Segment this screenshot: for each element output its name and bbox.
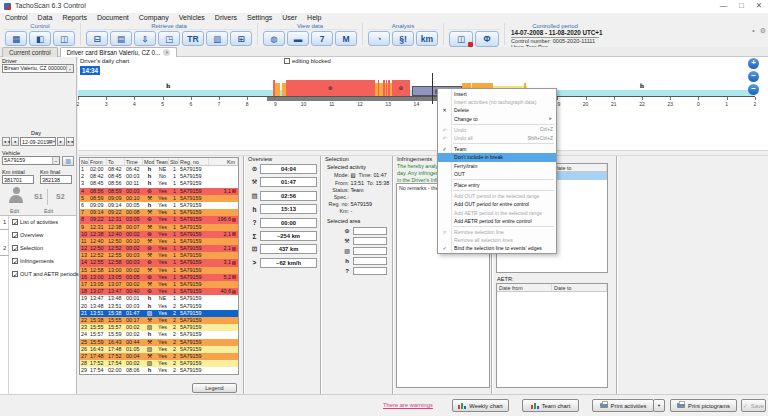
- close-icon[interactable]: ✕: [163, 49, 170, 56]
- weekly-chart-button[interactable]: Weekly chart: [452, 399, 509, 412]
- table-row[interactable]: 1613:0013:0500:05⊙Yes15A791595,2: [80, 274, 238, 281]
- monthly-chart-m-icon[interactable]: M: [335, 31, 357, 46]
- weekly-chart-7-icon[interactable]: 7: [311, 31, 333, 46]
- menu-item-add-aetr-period-for-entire-control[interactable]: Add AETR period for entire control: [438, 217, 556, 225]
- table-row[interactable]: 308:4508:5600:11hYes15A79159: [80, 180, 238, 187]
- sidebar-item-infringements[interactable]: Infringements: [12, 258, 54, 264]
- checkbox-icon[interactable]: [12, 271, 18, 277]
- km-initial-input[interactable]: 381701: [2, 175, 34, 184]
- control-driver-icon[interactable]: ◫: [53, 31, 75, 46]
- table-row[interactable]: 1212:5012:5200:02⊙Yes15A791592,1: [80, 245, 238, 252]
- table-row[interactable]: 912:3112:3800:07⚒Yes15A79159: [80, 224, 238, 231]
- segment-drive[interactable]: ⊙: [392, 80, 411, 96]
- chevron-down-icon[interactable]: ⌄: [66, 65, 73, 72]
- table-row[interactable]: 1312:5212:5500:03⚒Yes15A79159: [80, 252, 238, 259]
- table-row[interactable]: 2616:4317:4801:05▨Yes25A79159: [80, 346, 238, 353]
- selected-area-input[interactable]: [353, 267, 387, 275]
- table-row[interactable]: 1112:4012:5000:10⚒Yes15A79159: [80, 238, 238, 245]
- print-activities-button[interactable]: Print activities: [592, 399, 654, 412]
- new-control-icon[interactable]: ▦: [5, 31, 27, 46]
- print-pictograms-button[interactable]: Print pictograms: [670, 399, 737, 412]
- sidebar-item-list-of-activities[interactable]: List of activities: [12, 219, 58, 225]
- minimize-button[interactable]: —: [720, 1, 728, 10]
- panel-splitter[interactable]: [243, 156, 245, 394]
- zoom-reset-button[interactable]: −: [748, 84, 759, 95]
- table-row[interactable]: 2415:5715:5900:02hYes25A79159: [80, 331, 238, 338]
- menu-control[interactable]: Control: [0, 13, 33, 23]
- table-row[interactable]: 2215:3815:5500:17⚒Yes25A79159: [80, 317, 238, 324]
- menu-item-insert[interactable]: Insert: [438, 90, 556, 98]
- menu-vehicles[interactable]: Vehicles: [174, 13, 210, 23]
- analysis-icon[interactable]: ◔: [368, 31, 390, 46]
- panel-splitter[interactable]: [392, 156, 394, 394]
- table-row[interactable]: 2817:5217:5400:02▨Yes25A79159: [80, 360, 238, 367]
- panel-splitter[interactable]: [320, 156, 322, 394]
- table-row[interactable]: 1713:0513:0700:02⚒Yes15A79159: [80, 281, 238, 288]
- menu-document[interactable]: Document: [92, 13, 134, 23]
- selected-area-input[interactable]: [353, 247, 387, 255]
- download-file-icon[interactable]: ⇩: [134, 31, 156, 46]
- legend-button[interactable]: Legend: [192, 383, 237, 393]
- save-file-icon[interactable]: ◳: [158, 31, 180, 46]
- selected-area-input[interactable]: [353, 257, 387, 265]
- table-row[interactable]: 102:0008:4206:42hNE15A79159: [80, 166, 238, 173]
- table-row[interactable]: 2315:5515:5700:02▨Yes25A79159: [80, 324, 238, 331]
- menu-help[interactable]: Help: [302, 13, 326, 23]
- editing-blocked-checkbox[interactable]: [284, 58, 290, 64]
- menu-item-ferry-train[interactable]: Ferry/train: [438, 162, 556, 170]
- checkbox-icon[interactable]: [12, 258, 18, 264]
- menu-data[interactable]: Data: [33, 13, 58, 23]
- vehicle-select[interactable]: 5A79159⌄: [2, 156, 60, 165]
- table-row[interactable]: 609:0909:1400:05hYes15A79159: [80, 202, 238, 209]
- table-row[interactable]: 1913:4713:4800:01hNE15A79159: [80, 295, 238, 302]
- table-row[interactable]: 1412:5512:5800:03⊙Yes15A791593,1: [80, 259, 238, 266]
- table-row[interactable]: 709:1409:2200:08⚒Yes15A79159: [80, 209, 238, 216]
- km-final-input[interactable]: 382138: [40, 175, 72, 184]
- tab-current-control[interactable]: Current control: [2, 47, 58, 57]
- table-row[interactable]: 2013:4813:5100:03hYes25A79159: [80, 303, 238, 310]
- checkbox-icon[interactable]: [12, 245, 18, 251]
- slot1-button[interactable]: S1: [34, 193, 43, 200]
- warnings-link[interactable]: There are warnings: [383, 402, 433, 408]
- panel-splitter[interactable]: [616, 156, 618, 394]
- card-reader-icon[interactable]: ⊟: [86, 31, 108, 46]
- menu-item-bind-the-selection-line-to-events-edges[interactable]: ✓Bind the selection line to events' edge…: [438, 244, 556, 252]
- zoom-in-button[interactable]: +: [748, 58, 759, 69]
- menu-item-add-out-period-for-entire-control[interactable]: Add OUT period for entire control: [438, 200, 556, 208]
- infringements-analysis-icon[interactable]: §!: [392, 31, 414, 46]
- table-row[interactable]: 809:2212:3103:09⊙Yes15A79159196,6: [80, 216, 238, 223]
- driver-select[interactable]: Birsan Valeriu, CZ 000000000⌄: [2, 64, 74, 73]
- sidebar-item-out-and-aetr-periods[interactable]: OUT and AETR periods: [12, 271, 79, 277]
- selected-area-input[interactable]: [353, 227, 387, 235]
- menu-item-place-entry[interactable]: Place entry: [438, 181, 556, 189]
- menu-settings[interactable]: Settings: [242, 13, 277, 23]
- tr-file-icon[interactable]: TR: [182, 31, 204, 46]
- menu-user[interactable]: User: [277, 13, 302, 23]
- activity-timeline[interactable]: h⊙⊙▨⚒⚒▨h: [78, 80, 755, 96]
- checkbox-icon[interactable]: [12, 232, 18, 238]
- slot2-button[interactable]: S2: [56, 193, 65, 200]
- table-row[interactable]: 2113:5115:3801:47▨Yes25A79159: [80, 310, 238, 317]
- tab-driver-card-birsan-valeriu-cz-0[interactable]: Driver card Birsan Valeriu, CZ 0...✕: [60, 47, 178, 57]
- next-day-button[interactable]: ►: [57, 137, 65, 146]
- table-row[interactable]: 408:5608:5900:03⊙Yes15A791593,1: [80, 188, 238, 195]
- status-dot-icon[interactable]: •: [752, 27, 754, 35]
- close-button[interactable]: ✕: [756, 1, 762, 10]
- database-save-icon[interactable]: ◫: [449, 31, 473, 47]
- power-exit-icon[interactable]: Φ: [475, 31, 499, 47]
- vehicle-chart-button[interactable]: ▥: [62, 156, 74, 166]
- scanner-icon[interactable]: ▤: [110, 31, 132, 46]
- prev-day-button[interactable]: ◄: [11, 137, 19, 146]
- quick-settings-icon[interactable]: ⚙: [760, 27, 766, 35]
- sidebar-item-selection[interactable]: Selection: [12, 245, 43, 251]
- sidebar-item-overview[interactable]: Overview: [12, 232, 43, 238]
- menu-drivers[interactable]: Drivers: [210, 13, 242, 23]
- maximize-button[interactable]: □: [739, 1, 744, 10]
- menu-company[interactable]: Company: [134, 13, 174, 23]
- table-row[interactable]: 508:5909:0900:10⚒Yes15A79159: [80, 195, 238, 202]
- last-day-button[interactable]: ►►: [66, 137, 74, 146]
- view-driver-data-icon[interactable]: ◍: [263, 31, 285, 46]
- print-activities-dropdown[interactable]: ▼: [653, 399, 665, 412]
- chevron-down-icon[interactable]: ⌄: [52, 157, 59, 164]
- checkbox-icon[interactable]: [12, 219, 18, 225]
